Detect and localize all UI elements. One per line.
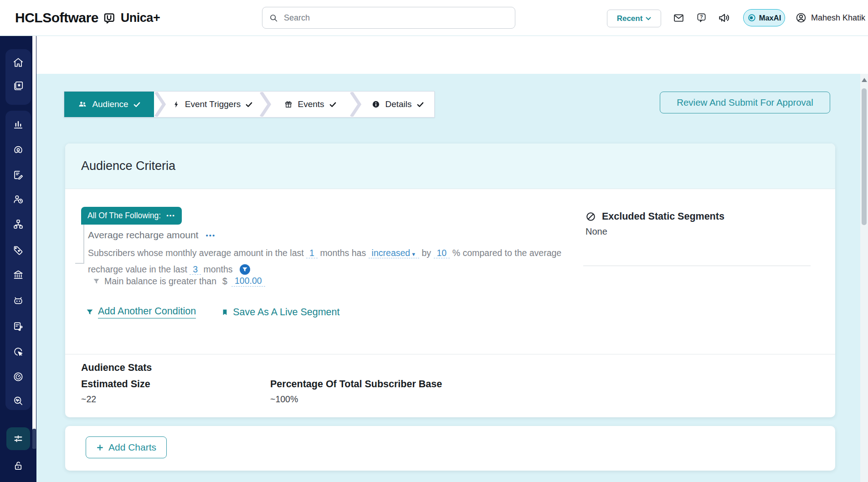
content-top-band	[36, 36, 868, 74]
maxai-icon	[747, 13, 756, 22]
left-sidebar	[0, 36, 36, 482]
robot-icon[interactable]	[12, 295, 24, 307]
search-icon	[269, 13, 278, 23]
sentence-text: Subscribers whose monthly average amount…	[88, 248, 304, 258]
sub-condition-text: Main balance is greater than	[104, 276, 216, 287]
condition-row: Average recharge amount •••	[88, 230, 216, 241]
sentence-text: months	[204, 264, 233, 274]
gallery-star-icon[interactable]	[12, 80, 24, 92]
gift-icon	[284, 100, 293, 109]
sidebar-scrollbar[interactable]	[32, 36, 36, 449]
wizard-stepper: Audience Event Triggers Events Details	[64, 91, 435, 118]
compare-months-value[interactable]: 3	[190, 264, 201, 275]
bar-chart-icon[interactable]	[12, 118, 24, 130]
balance-value[interactable]: 100.00	[231, 276, 265, 287]
bank-icon[interactable]	[12, 269, 24, 281]
search-wave-icon[interactable]	[12, 395, 24, 407]
step-audience[interactable]: Audience	[64, 92, 154, 117]
sub-condition-row: Main balance is greater than $ 100.00	[92, 276, 265, 287]
bookmark-icon	[221, 308, 229, 317]
estimated-size-value: ~22	[81, 394, 96, 405]
charts-card: Add Charts	[65, 426, 835, 471]
save-segment-link[interactable]: Save As A Live Segment	[221, 307, 339, 318]
info-icon	[371, 100, 380, 109]
sentence-line-2: recharge value in the last 3 months	[88, 262, 635, 277]
step-label: Event Triggers	[185, 99, 241, 109]
recent-dropdown[interactable]: Recent	[607, 10, 661, 27]
search-bar[interactable]	[262, 7, 515, 29]
stats-divider	[65, 354, 835, 354]
group-menu-dots-icon[interactable]: •••	[166, 214, 175, 218]
tag-heart-icon[interactable]	[12, 245, 24, 256]
trend-dropdown[interactable]: increased▼	[369, 248, 419, 258]
step-label: Details	[385, 99, 411, 109]
dropdown-caret-icon: ▼	[411, 251, 416, 257]
person-clock-icon[interactable]	[12, 193, 24, 205]
sliders-settings-icon	[12, 433, 24, 445]
step-event-triggers[interactable]: Event Triggers	[166, 92, 259, 117]
review-submit-button[interactable]: Review And Submit For Approval	[660, 92, 830, 113]
condition-sentence: Subscribers whose monthly average amount…	[88, 246, 635, 277]
months-lookback-value[interactable]: 1	[306, 248, 318, 258]
sidebar-settings-button[interactable]	[6, 427, 30, 450]
step-details[interactable]: Details	[361, 92, 434, 117]
stats-title: Audience Stats	[81, 362, 152, 374]
user-avatar-icon	[795, 12, 807, 24]
svg-text:?: ?	[700, 14, 703, 20]
check-icon	[133, 101, 141, 108]
condition-name: Average recharge amount	[88, 230, 198, 241]
step-events[interactable]: Events	[271, 92, 349, 117]
step-separator-icon	[154, 92, 166, 117]
page-scrollbar-thumb[interactable]	[862, 88, 867, 225]
maxai-label: MaxAI	[759, 14, 781, 22]
help-icon[interactable]: ?	[696, 0, 707, 36]
pct-subscriber-label: Percentage Of Total Subscriber Base	[270, 379, 442, 390]
step-label: Events	[298, 99, 324, 109]
sidebar-scrollbar-thumb[interactable]	[32, 429, 36, 449]
plus-icon	[96, 444, 104, 451]
hcl-logo: HCLSoftware	[15, 10, 98, 26]
check-icon	[329, 101, 337, 108]
sentence-line-1: Subscribers whose monthly average amount…	[88, 246, 635, 262]
maxai-button[interactable]: MaxAI	[743, 9, 785, 26]
lock-open-icon[interactable]	[12, 460, 24, 472]
card-header: Audience Criteria	[65, 144, 835, 189]
document-flow-icon[interactable]	[12, 320, 24, 332]
org-chart-icon[interactable]	[12, 218, 24, 230]
percent-value[interactable]: 10	[434, 248, 450, 258]
excluded-divider	[583, 266, 811, 266]
filter-badge-icon[interactable]	[240, 264, 250, 275]
sentence-text: months has	[320, 248, 366, 258]
condition-actions: Add Another Condition Save As A Live Seg…	[86, 306, 339, 318]
card-title: Audience Criteria	[81, 159, 175, 173]
pct-subscriber-value: ~100%	[270, 394, 298, 405]
mail-icon[interactable]	[673, 0, 684, 36]
search-input[interactable]	[283, 13, 508, 23]
unica-logo: Unica+	[121, 11, 160, 25]
check-icon	[416, 101, 424, 108]
announcement-icon[interactable]	[717, 0, 731, 36]
document-edit-icon[interactable]	[12, 169, 24, 181]
gauge-icon[interactable]	[12, 371, 24, 383]
step-separator-icon	[259, 92, 271, 117]
block-icon	[586, 211, 596, 222]
group-label: All Of The Following:	[87, 211, 161, 220]
check-icon	[245, 101, 253, 108]
excluded-value: None	[586, 226, 607, 237]
sentence-text: by	[421, 248, 431, 258]
user-menu[interactable]: Mahesh Khatik	[795, 0, 865, 36]
scroll-up-arrow-icon[interactable]	[862, 78, 867, 82]
cursor-click-icon[interactable]	[12, 346, 24, 358]
condition-menu-dots-icon[interactable]: •••	[205, 231, 216, 239]
audience-group-icon	[77, 99, 87, 109]
condition-group-chip[interactable]: All Of The Following: •••	[81, 207, 182, 225]
audience-criteria-card: Audience Criteria All Of The Following: …	[65, 144, 835, 417]
app-header: HCLSoftware Unica+ Recent ?	[0, 0, 868, 36]
home-icon[interactable]	[12, 56, 24, 68]
page-scrollbar[interactable]	[860, 74, 868, 482]
add-condition-link[interactable]: Add Another Condition	[86, 306, 196, 318]
user-name: Mahesh Khatik	[811, 13, 865, 23]
funnel-icon	[92, 277, 100, 285]
add-charts-button[interactable]: Add Charts	[86, 436, 167, 458]
broadcast-person-icon[interactable]	[12, 144, 24, 156]
